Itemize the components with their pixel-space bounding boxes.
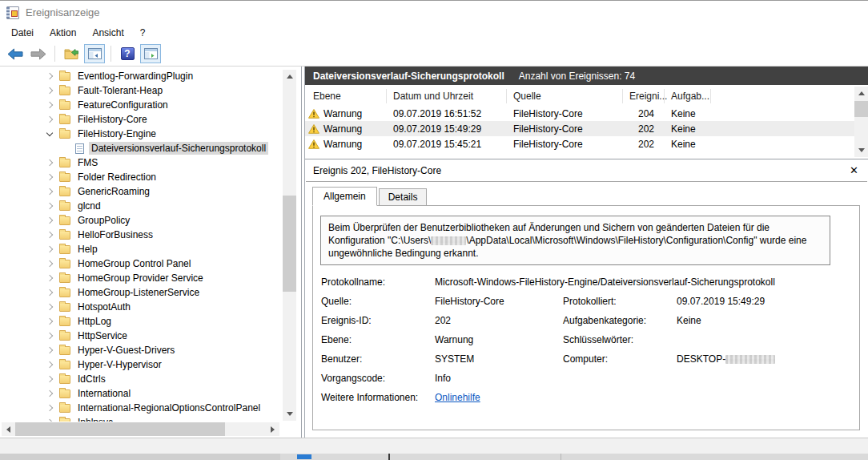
tab-allgemein[interactable]: Allgemein	[312, 187, 377, 206]
tree-item[interactable]: IdCtrls	[0, 372, 280, 386]
menu-aktion[interactable]: Aktion	[42, 26, 84, 40]
event-datetime-cell: 09.07.2019 16:51:52	[387, 106, 507, 121]
tree-item[interactable]: HomeGroup Provider Service	[0, 271, 280, 285]
menu-ansicht[interactable]: Ansicht	[84, 26, 131, 40]
column-header-aufgabe[interactable]: Aufgab...	[665, 89, 711, 103]
tree-item[interactable]: Iphlpsvc	[0, 415, 280, 422]
chevron-right-icon[interactable]	[46, 174, 54, 181]
chevron-right-icon[interactable]	[46, 260, 54, 268]
chevron-right-icon[interactable]	[46, 318, 54, 325]
taskbar-segment	[0, 454, 280, 460]
taskbar-peek	[0, 454, 868, 460]
tree-item[interactable]: GenericRoaming	[0, 184, 280, 199]
column-header-ebene[interactable]: Ebene	[305, 89, 387, 103]
column-header-quelle[interactable]: Quelle	[507, 89, 623, 103]
back-button[interactable]	[5, 44, 26, 63]
chevron-right-icon[interactable]	[46, 390, 54, 397]
scroll-up-button[interactable]	[854, 87, 868, 100]
chevron-right-icon[interactable]	[46, 304, 54, 311]
chevron-right-icon[interactable]	[46, 217, 54, 224]
chevron-right-icon[interactable]	[46, 159, 54, 167]
chevron-right-icon[interactable]	[46, 116, 54, 123]
tree-vertical-scrollbar[interactable]	[283, 70, 296, 421]
console-tree-panel: Eventlog-ForwardingPluginFault-Tolerant-…	[0, 67, 302, 438]
event-source-cell: FileHistory-Core	[507, 136, 623, 151]
action-pane-toggle-button[interactable]	[140, 44, 161, 63]
scroll-down-button[interactable]	[283, 407, 296, 421]
chevron-right-icon[interactable]	[46, 246, 54, 253]
tree-vertical-scroll-thumb[interactable]	[283, 196, 296, 292]
folder-icon	[59, 389, 70, 398]
chevron-right-icon[interactable]	[46, 102, 54, 109]
chevron-right-icon[interactable]	[46, 87, 54, 95]
online-help-link[interactable]: Onlinehilfe	[435, 392, 480, 403]
tree-item[interactable]: HttpService	[0, 329, 280, 343]
tree-item[interactable]: Dateiversionsverlauf-Sicherungsprotokoll	[0, 141, 280, 155]
events-vertical-scroll-thumb[interactable]	[854, 101, 868, 117]
tree-item[interactable]: Eventlog-ForwardingPlugin	[0, 69, 280, 83]
column-header-ereignis-id[interactable]: Ereigni...	[623, 89, 665, 103]
event-row[interactable]: Warnung09.07.2019 15:49:29FileHistory-Co…	[305, 121, 868, 136]
event-row[interactable]: Warnung09.07.2019 16:51:52FileHistory-Co…	[305, 106, 868, 121]
open-saved-log-button[interactable]	[61, 44, 82, 63]
tree-item-label: Hyper-V-Guest-Drivers	[75, 344, 177, 357]
menu-datei[interactable]: Datei	[3, 26, 42, 40]
detail-title: Ereignis 202, FileHistory-Core	[313, 165, 441, 176]
detail-tabs: Allgemein Details	[305, 187, 868, 205]
chevron-right-icon[interactable]	[46, 289, 54, 297]
tree-item[interactable]: HelloForBusiness	[0, 228, 280, 242]
chevron-right-icon[interactable]	[46, 419, 54, 422]
tree-item[interactable]: Fault-Tolerant-Heap	[0, 83, 280, 98]
chevron-right-icon[interactable]	[46, 232, 54, 239]
chevron-right-icon[interactable]	[46, 376, 54, 383]
tree-item[interactable]: Hyper-V-Guest-Drivers	[0, 343, 280, 357]
tree-item[interactable]: HotspotAuth	[0, 300, 280, 314]
event-row[interactable]: Warnung09.07.2019 15:45:21FileHistory-Co…	[305, 136, 868, 151]
tree-horizontal-scroll-thumb[interactable]	[15, 422, 225, 436]
tree-item[interactable]: International	[0, 386, 280, 401]
events-vertical-scrollbar[interactable]	[854, 87, 868, 157]
chevron-right-icon[interactable]	[46, 188, 54, 196]
tree-item[interactable]: FeatureConfiguration	[0, 98, 280, 112]
tree-item[interactable]: HomeGroup Control Panel	[0, 256, 280, 271]
tree-item[interactable]: Help	[0, 242, 280, 256]
chevron-right-icon[interactable]	[46, 73, 54, 80]
field-value-quelle: FileHistory-Core	[435, 295, 563, 308]
chevron-right-icon[interactable]	[46, 275, 54, 282]
chevron-right-icon[interactable]	[46, 203, 54, 210]
menu-hilfe[interactable]: ?	[132, 26, 154, 40]
chevron-right-icon[interactable]	[46, 347, 54, 354]
tree-item[interactable]: FileHistory-Engine	[0, 127, 280, 141]
event-log-icon	[75, 143, 84, 154]
chevron-down-icon[interactable]	[46, 131, 54, 138]
tab-details[interactable]: Details	[379, 188, 428, 205]
chevron-right-icon[interactable]	[46, 333, 54, 340]
tree-item-label: HttpLog	[75, 315, 114, 328]
close-icon[interactable]: ✕	[850, 164, 858, 176]
events-rows: Warnung09.07.2019 16:51:52FileHistory-Co…	[305, 106, 868, 151]
warning-icon	[308, 139, 319, 149]
tree-item[interactable]: International-RegionalOptionsControlPane…	[0, 401, 280, 415]
tree-item[interactable]: GroupPolicy	[0, 213, 280, 228]
tree-item[interactable]: Hyper-V-Hypervisor	[0, 357, 280, 372]
scroll-right-button[interactable]	[266, 422, 279, 436]
console-tree-toggle-button[interactable]	[84, 44, 105, 63]
tree-item[interactable]: HomeGroup-ListenerService	[0, 285, 280, 300]
tree-item[interactable]: glcnd	[0, 199, 280, 213]
column-header-datum[interactable]: Datum und Uhrzeit	[387, 89, 507, 103]
forward-button[interactable]	[28, 44, 49, 63]
field-value-protokolliert: 09.07.2019 15:49:29	[677, 295, 851, 308]
tree-item[interactable]: FMS	[0, 155, 280, 170]
scroll-left-button[interactable]	[2, 422, 15, 436]
tree-item-label: HomeGroup Control Panel	[75, 257, 193, 270]
event-id-cell: 204	[623, 106, 665, 121]
tree-item[interactable]: FileHistory-Core	[0, 112, 280, 127]
tree-item[interactable]: Folder Redirection	[0, 170, 280, 184]
chevron-right-icon[interactable]	[46, 361, 54, 369]
tree-item[interactable]: HttpLog	[0, 314, 280, 329]
help-button[interactable]: ?	[117, 44, 138, 63]
scroll-down-button[interactable]	[854, 143, 868, 157]
chevron-right-icon[interactable]	[46, 405, 54, 412]
scroll-up-button[interactable]	[283, 70, 296, 83]
tree-horizontal-scrollbar[interactable]	[2, 422, 279, 436]
